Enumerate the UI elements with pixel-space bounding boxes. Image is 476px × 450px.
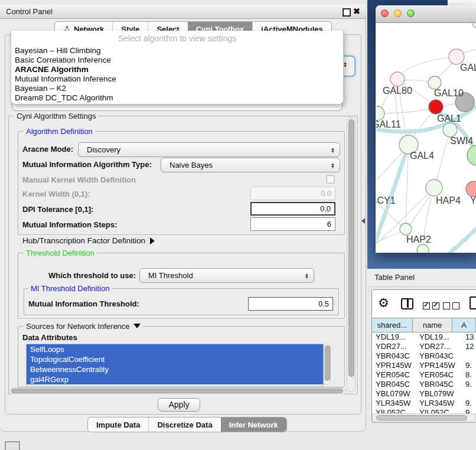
network-edge [442,103,457,106]
column-header-name[interactable]: name [413,318,453,332]
network-node-gal1[interactable] [429,100,443,114]
settings-vertical-scrollbar[interactable] [347,117,356,392]
export-table-icon[interactable] [470,296,476,309]
algorithm-option-basic-correlation-inference[interactable]: Basic Correlation Inference [14,56,341,65]
network-node-swi4[interactable] [443,123,457,137]
table-row[interactable]: YLR345WYLR345W9. [372,399,476,408]
chevron-down-icon [133,324,141,328]
mi-type-value: Naive Bayes [161,161,331,169]
table-rows: YDL19...YDL19...13YDR27...YDR27...12YBR0… [372,332,476,413]
algorithm-dropdown-placeholder: Select algorithm to view settings [11,34,343,43]
kernel-width-field[interactable]: 0.0 [250,187,335,200]
which-threshold-label: Which threshold to use: [48,271,136,280]
mi-type-label: Mutual Information Algorithm Type: [22,160,152,169]
column-header-shared[interactable]: shared... [372,318,413,332]
table-cell: 9. [465,408,476,413]
table-panel-title: Table Panel [374,273,415,282]
minimize-window-button[interactable] [394,9,402,17]
node-label-y: Y [470,195,476,206]
tab-impute-data[interactable]: Impute Data [88,418,148,432]
threshold-definition-title: Threshold Definition [24,249,97,257]
apply-button[interactable]: Apply [158,398,200,412]
network-node-unlabeled[interactable] [472,23,476,29]
cyni-settings-title: Cyni Algorithm Settings [14,112,98,120]
algorithm-option-aracne-algorithm[interactable]: ARACNE Algorithm [14,65,341,74]
tab-discretize-data[interactable]: Discretize Data [148,418,220,432]
hub-definition-toggle[interactable]: Hub/Transcription Factor Definition [22,236,155,245]
table-row[interactable]: YBL079WYBL079W [372,389,476,399]
table-row[interactable]: YER054CYER054C8. [372,370,476,380]
mi-threshold-field[interactable]: 0.5 [248,297,333,311]
tab-label: Infer Network [229,420,278,429]
mi-steps-field[interactable]: 6 [250,217,335,231]
algorithm-option-bayesian-k2[interactable]: Bayesian – K2 [14,84,341,93]
chevron-right-icon [150,237,155,244]
zoom-window-button[interactable] [407,9,415,17]
attribute-item-gal4rgexp[interactable]: gal4RGexp [27,374,323,384]
close-icon[interactable]: ✖ [353,6,360,16]
network-node-hap4[interactable] [426,180,442,196]
algorithm-option-dream8-dc-tdc-algorithm[interactable]: Dream8 DC_TDC Algorithm [14,93,341,103]
deselect-all-icon[interactable] [443,302,459,309]
minimized-panel-icon[interactable] [5,441,20,450]
chevron-updown-icon: ▲▼ [343,61,347,67]
node-label-swi4: SWI4 [450,136,473,146]
manual-kernel-checkbox[interactable] [326,175,335,184]
attribute-item-topologicalcoefficient[interactable]: TopologicalCoefficient [27,354,323,364]
background-window-edge [448,0,476,5]
chevron-updown-icon: ▲▼ [331,162,335,168]
manual-kernel-label: Manual Kernel Width Definition [22,175,136,184]
table-row[interactable]: YIL052CYIL052C9. [372,408,476,413]
panel-splitter-arrow[interactable] [361,218,365,224]
network-canvas[interactable]: GALGAL80GAL10GAL1GAL11GAL4SWI4GCY1HAP4YH… [376,23,476,253]
mi-steps-label: Mutual Information Steps: [22,220,117,229]
algorithm-dropdown-popup: Select algorithm to view settings Bayesi… [11,31,344,105]
table-horizontal-scrollbar[interactable] [372,413,476,422]
algorithm-option-mutual-information-inference[interactable]: Mutual Information Inference [14,74,341,84]
float-panel-icon[interactable] [343,8,351,17]
table-row[interactable]: YDL19...YDL19...13 [372,332,476,342]
table-row[interactable]: YPR145WYPR145W9. [372,361,476,370]
dpi-tolerance-field[interactable]: 0.0 [250,202,335,216]
gear-icon[interactable]: ⚙ [378,296,389,310]
settings-horizontal-scrollbar[interactable] [9,387,346,394]
table-cell: YBR043C [376,351,417,361]
table-row[interactable]: YBR043CYBR043C [372,351,476,361]
tab-infer-network[interactable]: Infer Network [221,418,286,432]
hub-definition-label: Hub/Transcription Factor Definition [22,236,145,245]
select-all-icon[interactable] [423,302,439,309]
node-label-gal10: GAL10 [434,88,464,98]
columns-icon[interactable] [401,298,413,309]
dpi-tolerance-label: DPI Tolerance [0,1]: [22,205,93,214]
network-node-hap2[interactable] [400,223,412,235]
network-node-gal10[interactable] [428,76,441,89]
sources-toggle[interactable]: Sources for Network Inference [24,322,143,331]
attribute-item-betweennesscentrality[interactable]: BetweennessCentrality [27,364,323,374]
network-window-titlebar[interactable] [376,5,476,23]
attribute-item-selfloops[interactable]: SelfLoops [27,344,323,354]
network-node-gal11[interactable] [376,106,384,120]
network-node-gal80[interactable] [390,72,405,86]
chevron-updown-icon: ▲▼ [305,273,309,279]
network-node-unlabeled[interactable] [417,244,429,253]
table-cell: 9. [465,361,476,370]
which-threshold-combo[interactable]: MI Threshold ▲▼ [139,268,314,283]
table-cell: YPR145W [376,361,417,370]
table-cell: YBL079W [376,389,417,399]
network-node-y[interactable] [466,181,476,197]
algorithm-option-bayesian-hill-climbing[interactable]: Bayesian – Hill Climbing [14,46,341,56]
column-header-a[interactable]: A [452,318,476,332]
table-row[interactable]: YDR27...YDR27...12 [372,342,476,351]
aracne-mode-value: Discovery [79,145,331,154]
aracne-mode-combo[interactable]: Discovery ▲▼ [78,142,340,157]
close-window-button[interactable] [381,9,389,17]
attributes-scrollbar[interactable] [324,344,331,385]
table-row[interactable]: YBR045CYBR045C9. [372,380,476,389]
node-label-hap4: HAP4 [436,195,461,206]
data-attributes-list: SelfLoopsTopologicalCoefficientBetweenne… [26,344,324,386]
table-cell: YDL19... [419,332,460,342]
tab-label: Impute Data [96,420,140,429]
network-node-unlabeled[interactable] [467,145,476,165]
table-cell: YDR27... [419,342,460,351]
mi-type-combo[interactable]: Naive Bayes ▲▼ [161,158,340,172]
